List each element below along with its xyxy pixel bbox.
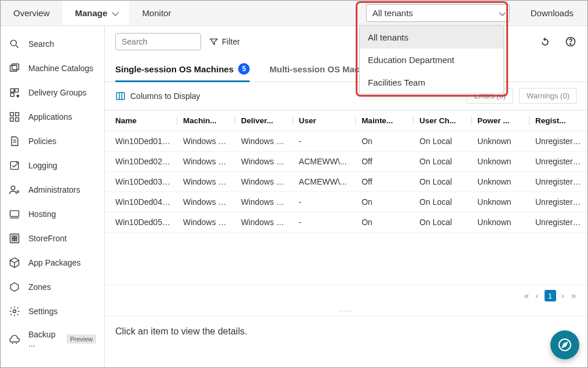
svg-rect-17 <box>10 211 19 216</box>
pager-prev[interactable]: ‹ <box>535 291 540 300</box>
sidebar-item-packages[interactable]: App Packages <box>1 251 104 275</box>
sidebar-item-logging[interactable]: Logging <box>1 153 104 178</box>
svg-rect-20 <box>12 236 14 238</box>
apps-icon <box>9 111 20 123</box>
table-cell: On Local <box>414 131 472 152</box>
sidebar-item-hosting[interactable]: Hosting <box>1 202 104 226</box>
table-cell: Unregistered <box>529 172 587 192</box>
pager-first[interactable]: « <box>523 291 530 300</box>
table-cell: Unregistered <box>529 212 587 233</box>
svg-marker-24 <box>10 283 18 292</box>
sidebar-item-admins[interactable]: Administrators <box>1 178 104 202</box>
sidebar-item-label: Zones <box>28 282 51 292</box>
table-cell: Win10Ded05.ac... <box>105 212 177 233</box>
column-header[interactable]: Deliver... <box>235 111 293 131</box>
table-cell: On <box>356 192 414 212</box>
pager: « ‹ 1 › » <box>105 285 587 306</box>
table-cell: Windows 1... <box>235 152 293 172</box>
svg-rect-3 <box>12 64 19 70</box>
column-header[interactable]: Mainte... <box>356 111 414 131</box>
tenant-option-all[interactable]: All tenants <box>360 26 503 49</box>
table-cell: Unknown <box>472 131 529 152</box>
svg-rect-2 <box>10 65 17 71</box>
sidebar-item-storefront[interactable]: StoreFront <box>1 226 104 251</box>
tenant-option-education[interactable]: Education Department <box>360 49 503 71</box>
table-cell: Unregistered <box>529 131 587 152</box>
table-row[interactable]: Win10Ded05.ac...Windows 1...Windows 1...… <box>105 212 587 233</box>
navigate-fab[interactable] <box>550 330 579 359</box>
svg-rect-23 <box>15 239 17 241</box>
table-row[interactable]: Win10Ded04.ac...Windows 1...Windows 1...… <box>105 192 587 212</box>
column-header[interactable]: Regist... <box>529 111 587 131</box>
table-cell: Windows 1... <box>235 192 293 212</box>
svg-rect-9 <box>16 113 19 116</box>
sidebar-item-apps[interactable]: Applications <box>1 105 104 129</box>
svg-point-27 <box>570 43 571 45</box>
help-button[interactable] <box>564 35 577 48</box>
refresh-button[interactable] <box>539 35 552 48</box>
sidebar-item-search[interactable]: Search <box>1 32 104 56</box>
subtab-single-session[interactable]: Single-session OS Machines 5 <box>115 57 250 82</box>
warnings-pill[interactable]: Warnings (0) <box>519 88 577 104</box>
column-header[interactable]: User Ch... <box>414 111 472 131</box>
column-header[interactable]: Power ... <box>472 111 529 131</box>
sidebar-item-delivery[interactable]: Delivery Groups <box>1 80 104 105</box>
tenant-dropdown-menu: All tenants Education Department Facilit… <box>359 25 504 94</box>
sidebar-item-settings[interactable]: Settings <box>1 299 104 323</box>
table-row[interactable]: Win10Ded02.ac...Windows 1...Windows 1...… <box>105 152 587 172</box>
refresh-icon <box>539 36 551 47</box>
policies-icon <box>9 135 20 147</box>
chevron-down-icon <box>112 8 116 18</box>
svg-rect-10 <box>10 118 14 122</box>
table-cell: On Local <box>414 152 472 172</box>
tab-overview[interactable]: Overview <box>1 1 63 25</box>
columns-to-display-button[interactable]: Columns to Display <box>115 91 200 101</box>
packages-icon <box>9 257 20 268</box>
sidebar-item-zones[interactable]: Zones <box>1 275 104 299</box>
pager-last[interactable]: » <box>570 291 577 300</box>
tab-monitor[interactable]: Monitor <box>129 1 184 25</box>
sidebar-item-label: Policies <box>28 137 56 146</box>
sidebar-item-label: Hosting <box>28 209 56 219</box>
column-header[interactable]: User <box>293 111 356 131</box>
filter-icon <box>209 37 218 46</box>
svg-rect-5 <box>15 89 19 92</box>
storefront-icon <box>9 233 20 244</box>
sidebar-item-label: Search <box>28 39 54 49</box>
table-cell: On Local <box>414 172 472 192</box>
panel-resize-handle[interactable]: ······ <box>105 306 587 315</box>
sidebar-item-policies[interactable]: Policies <box>1 129 104 153</box>
tenant-option-facilities[interactable]: Facilities Team <box>360 71 503 94</box>
sidebar-item-label: Backup ... <box>28 330 63 348</box>
table-cell: Windows 1... <box>177 152 235 172</box>
table-cell: Off <box>356 172 414 192</box>
tab-manage[interactable]: Manage <box>63 1 130 25</box>
column-header[interactable]: Machin... <box>177 111 235 131</box>
table-cell: - <box>293 212 356 233</box>
filter-button[interactable]: Filter <box>209 37 240 46</box>
column-header[interactable]: Name <box>105 111 177 131</box>
svg-point-25 <box>13 310 16 313</box>
downloads-link[interactable]: Downloads <box>517 1 587 25</box>
pager-current[interactable]: 1 <box>545 290 556 301</box>
svg-point-15 <box>11 186 15 190</box>
table-cell: Windows 1... <box>177 192 235 212</box>
table-cell: On <box>356 212 414 233</box>
search-input[interactable] <box>115 33 201 50</box>
svg-line-1 <box>16 46 19 48</box>
table-cell: Windows 1... <box>177 212 235 233</box>
table-cell: Off <box>356 152 414 172</box>
table-cell: ACMEWW\... <box>293 172 356 192</box>
sidebar-item-backup[interactable]: Backup ...Preview <box>1 323 104 355</box>
table-cell: On Local <box>414 212 472 233</box>
table-row[interactable]: Win10Ded01.ac...Windows 1...Windows 1...… <box>105 131 587 152</box>
backup-icon <box>9 333 20 345</box>
pager-next[interactable]: › <box>561 291 566 300</box>
subtabs: Single-session OS Machines 5 Multi-sessi… <box>105 57 587 82</box>
table-cell: On <box>356 131 414 152</box>
table-row[interactable]: Win10Ded03.ac...Windows 1...Windows 1...… <box>105 172 587 192</box>
sidebar-item-catalogs[interactable]: Machine Catalogs <box>1 56 104 80</box>
svg-rect-19 <box>10 234 19 243</box>
tenant-dropdown[interactable]: All tenants <box>366 4 510 22</box>
svg-rect-4 <box>10 89 14 92</box>
